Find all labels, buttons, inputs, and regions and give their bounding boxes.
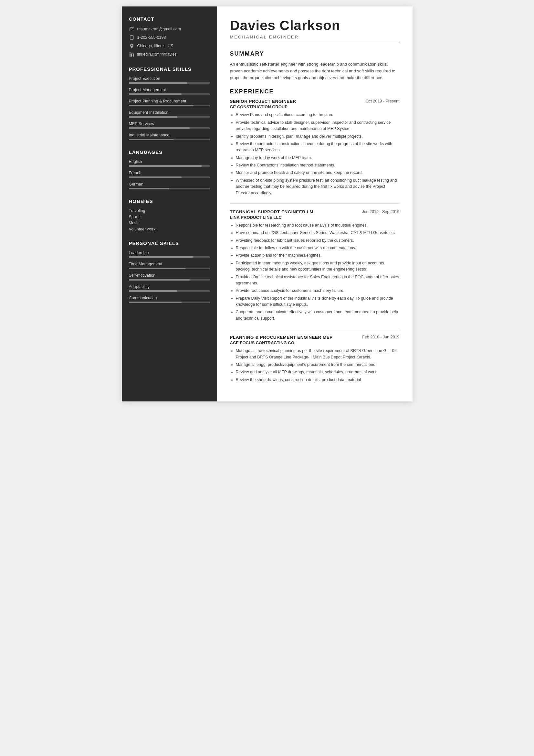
languages-title: LANGUAGES — [129, 149, 210, 155]
email-text: resumekraft@gmail.com — [137, 27, 181, 31]
personal-skill-bar-fill — [129, 279, 190, 281]
personal-skills-list: Leadership Time Management Self-motivati… — [129, 251, 210, 303]
phone-text: 1-202-555-0193 — [137, 35, 166, 40]
bullet-item: Provide technical advice to staff design… — [236, 120, 400, 132]
personal-skill-name: Adaptability — [129, 284, 210, 289]
job-entry: SENIOR PROJECT ENGINEER Oct 2019 - Prese… — [230, 99, 400, 196]
hobby-item: Sports — [129, 215, 210, 219]
skill-name: Equipment Installation — [129, 110, 210, 115]
job-date: Jun 2019 - Sep 2019 — [362, 209, 399, 214]
bullet-item: Provide action plans for their machines/… — [236, 253, 400, 258]
skill-name: Project Planning & Procurement — [129, 99, 210, 103]
language-bar-fill — [129, 188, 169, 189]
linkedin-text: linkedin.com/in/davies — [137, 52, 177, 57]
job-company: GE CONSTRUCTION GROUP — [230, 104, 400, 109]
contact-phone: 1-202-555-0193 — [129, 35, 210, 40]
hobby-item: Traveling — [129, 208, 210, 213]
personal-skill-item: Time Management — [129, 262, 210, 269]
applicant-name: Davies Clarkson — [230, 18, 400, 33]
job-divider — [230, 329, 400, 329]
skill-name: Project Execution — [129, 76, 210, 81]
bullet-item: Manage day to day work of the MEP team. — [236, 155, 400, 161]
contact-location: Chicago, Illinois, US — [129, 43, 210, 49]
job-company: ACE FOCUS CONTRACTING CO. — [230, 340, 400, 345]
bullet-item: Have command on JGS Jenbacher Gensets Se… — [236, 230, 400, 236]
language-item: English — [129, 159, 210, 167]
language-bar-fill — [129, 165, 202, 167]
svg-rect-2 — [131, 39, 132, 39]
personal-skill-item: Communication — [129, 296, 210, 303]
personal-skill-bar-bg — [129, 256, 210, 258]
personal-skill-item: Adaptability — [129, 284, 210, 292]
svg-rect-4 — [130, 54, 131, 57]
linkedin-icon — [129, 51, 135, 57]
job-bullets: Review Plans and specifications accordin… — [230, 112, 400, 196]
language-item: German — [129, 182, 210, 189]
language-bar-bg — [129, 176, 210, 178]
experience-section-title: EXPERIENCE — [230, 88, 400, 95]
job-title: PLANNING & PROCUREMENT ENGINEER MEP — [230, 335, 333, 340]
skill-bar-fill — [129, 139, 173, 140]
hobbies-section: HOBBIES TravelingSportsMusicVolunteer wo… — [129, 199, 210, 231]
skill-bar-fill — [129, 105, 194, 106]
job-entry: TECHNICAL SUPPORT ENGINEER I.M Jun 2019 … — [230, 209, 400, 322]
title-divider — [230, 43, 400, 43]
svg-point-5 — [130, 52, 131, 53]
job-title: SENIOR PROJECT ENGINEER — [230, 99, 296, 104]
language-bar-bg — [129, 165, 210, 167]
personal-skill-item: Leadership — [129, 251, 210, 258]
skill-item: Equipment Installation — [129, 110, 210, 118]
language-name: English — [129, 159, 210, 164]
contact-title: CONTACT — [129, 16, 210, 22]
job-divider — [230, 203, 400, 203]
skills-list: Project Execution Project Management Pro… — [129, 76, 210, 140]
summary-text: An enthusiastic self-starter engineer wi… — [230, 61, 400, 81]
skill-bar-bg — [129, 116, 210, 118]
personal-skill-bar-fill — [129, 268, 186, 269]
bullet-item: Provided On-site technical assistance fo… — [236, 274, 400, 287]
personal-skills-title: PERSONAL SKILLS — [129, 240, 210, 246]
skill-item: Project Execution — [129, 76, 210, 84]
contact-email: resumekraft@gmail.com — [129, 26, 210, 32]
personal-skill-bar-bg — [129, 290, 210, 292]
personal-skill-name: Leadership — [129, 251, 210, 255]
exp-header: SENIOR PROJECT ENGINEER Oct 2019 - Prese… — [230, 99, 400, 104]
skill-item: Project Management — [129, 88, 210, 95]
skill-bar-fill — [129, 116, 178, 118]
language-item: French — [129, 171, 210, 178]
bullet-item: Providing feedback for lubricant issues … — [236, 237, 400, 244]
skill-bar-bg — [129, 139, 210, 140]
language-name: French — [129, 171, 210, 175]
personal-skill-bar-bg — [129, 279, 210, 281]
location-text: Chicago, Illinois, US — [137, 44, 173, 48]
bullet-item: Prepare Daily Visit Report of the indust… — [236, 295, 400, 308]
bullet-item: Review and analyze all MEP drawings, mat… — [236, 369, 400, 375]
bullet-item: Witnessed of on-site piping system press… — [236, 177, 400, 196]
exp-header: TECHNICAL SUPPORT ENGINEER I.M Jun 2019 … — [230, 209, 400, 214]
bullet-item: Review the contractor's construction sch… — [236, 141, 400, 153]
resume-container: CONTACT resumekraft@gmail.com — [122, 7, 413, 401]
professional-skills-title: PROFESSIONAL SKILLS — [129, 66, 210, 72]
bullet-item: Cooperate and communicate effectively wi… — [236, 309, 400, 322]
skill-bar-bg — [129, 82, 210, 84]
contact-linkedin: linkedin.com/in/davies — [129, 51, 210, 57]
skill-bar-fill — [129, 127, 190, 129]
job-bullets: Responsible for researching and root cau… — [230, 222, 400, 322]
bullet-item: Monitor and promote health and safety on… — [236, 170, 400, 176]
bullet-item: Review Plans and specifications accordin… — [236, 112, 400, 118]
skill-name: Project Management — [129, 88, 210, 92]
language-bar-bg — [129, 188, 210, 189]
job-company: LINK PRODUCT LINE LLC — [230, 215, 400, 220]
skill-name: MEP Services — [129, 122, 210, 126]
job-date: Oct 2019 - Present — [366, 99, 400, 103]
language-bar-fill — [129, 176, 182, 178]
personal-skill-bar-fill — [129, 302, 182, 303]
personal-skill-name: Self-motivation — [129, 273, 210, 278]
bullet-item: Review the shop drawings, construction d… — [236, 377, 400, 383]
hobby-item: Volunteer work. — [129, 227, 210, 231]
personal-skill-bar-fill — [129, 256, 194, 258]
professional-skills-section: PROFESSIONAL SKILLS Project Execution Pr… — [129, 66, 210, 140]
language-name: German — [129, 182, 210, 186]
personal-skill-bar-fill — [129, 290, 178, 292]
summary-section-title: SUMMARY — [230, 50, 400, 57]
